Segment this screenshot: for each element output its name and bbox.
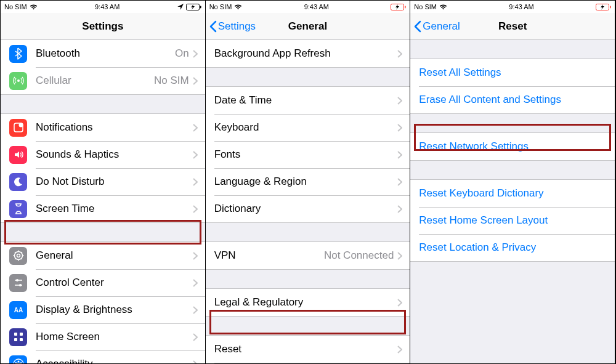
row-label: Home Screen <box>36 331 100 343</box>
wifi-icon <box>234 4 242 10</box>
row-control-center[interactable]: Control Center <box>1 269 205 296</box>
row-reset-network[interactable]: Reset Network Settings <box>410 133 615 160</box>
row-dictionary[interactable]: Dictionary <box>206 195 410 222</box>
svg-point-18 <box>19 284 22 286</box>
row-language-region[interactable]: Language & Region <box>206 168 410 195</box>
row-label: Reset <box>214 343 241 355</box>
row-reset-location-privacy[interactable]: Reset Location & Privacy <box>410 234 615 261</box>
svg-point-16 <box>16 279 18 281</box>
row-reset[interactable]: Reset <box>206 336 410 363</box>
moon-icon <box>9 173 27 191</box>
row-label: Erase All Content and Settings <box>419 94 561 106</box>
chevron-right-icon <box>397 151 402 159</box>
row-value: No SIM <box>154 75 189 87</box>
back-button[interactable]: General <box>414 20 460 33</box>
row-background-app-refresh[interactable]: Background App Refresh <box>206 40 410 67</box>
row-label: Accessibility <box>36 358 93 363</box>
svg-line-14 <box>21 252 22 253</box>
row-keyboard[interactable]: Keyboard <box>206 114 410 141</box>
row-notifications[interactable]: Notifications <box>1 114 205 141</box>
row-label: Bluetooth <box>36 47 80 60</box>
row-label: Control Center <box>36 277 104 289</box>
svg-rect-21 <box>20 333 23 336</box>
reset-list[interactable]: Reset All Settings Erase All Content and… <box>410 40 615 363</box>
notifications-icon <box>9 119 27 137</box>
row-value: On <box>175 47 189 60</box>
row-reset-home-layout[interactable]: Reset Home Screen Layout <box>410 207 615 234</box>
row-reset-all[interactable]: Reset All Settings <box>410 59 615 86</box>
row-legal[interactable]: Legal & Regulatory <box>206 289 410 316</box>
row-general[interactable]: General <box>1 242 205 269</box>
row-screentime[interactable]: Screen Time <box>1 195 205 222</box>
nav-bar: Settings <box>1 13 205 40</box>
row-reset-keyboard-dict[interactable]: Reset Keyboard Dictionary <box>410 180 615 207</box>
svg-rect-28 <box>405 6 406 8</box>
row-label: Background App Refresh <box>214 47 331 60</box>
svg-line-11 <box>15 252 16 253</box>
page-title: Reset <box>498 20 527 33</box>
row-vpn[interactable]: VPN Not Connected <box>206 242 410 269</box>
sounds-icon <box>9 146 27 164</box>
svg-point-4 <box>18 123 23 127</box>
row-erase-all[interactable]: Erase All Content and Settings <box>410 86 615 113</box>
row-accessibility[interactable]: Accessibility <box>1 350 205 363</box>
svg-rect-1 <box>200 6 201 8</box>
back-button[interactable]: Settings <box>209 20 256 33</box>
svg-point-6 <box>17 254 20 257</box>
chevron-right-icon <box>193 50 198 58</box>
chevron-right-icon <box>397 50 402 58</box>
status-bar: No SIM 9:43 AM <box>206 1 410 13</box>
reset-screen: No SIM 9:43 AM General Reset Reset All S… <box>410 1 615 363</box>
settings-list[interactable]: Bluetooth On Cellular No SIM Notificatio… <box>1 40 205 363</box>
row-bluetooth[interactable]: Bluetooth On <box>1 40 205 67</box>
hourglass-icon <box>9 200 27 218</box>
chevron-right-icon <box>193 124 198 132</box>
page-title: Settings <box>82 20 123 33</box>
back-label: Settings <box>218 20 256 33</box>
nav-bar: Settings General <box>206 13 410 40</box>
wifi-icon <box>439 4 447 10</box>
row-date-time[interactable]: Date & Time <box>206 87 410 114</box>
row-dnd[interactable]: Do Not Disturb <box>1 168 205 195</box>
chevron-right-icon <box>397 252 402 260</box>
row-label: Fonts <box>214 148 241 161</box>
row-label: Display & Brightness <box>36 304 132 316</box>
row-label: Reset Network Settings <box>419 140 529 153</box>
row-label: Sounds & Haptics <box>36 148 119 161</box>
row-label: VPN <box>214 249 236 262</box>
clock-label: 9:43 AM <box>304 3 329 10</box>
chevron-right-icon <box>397 124 402 132</box>
row-label: Legal & Regulatory <box>214 296 304 309</box>
nav-bar: General Reset <box>410 13 615 40</box>
chevron-right-icon <box>193 178 198 186</box>
bluetooth-icon <box>9 45 27 63</box>
general-list[interactable]: Background App Refresh Date & Time Keybo… <box>206 40 410 363</box>
svg-rect-30 <box>610 6 611 8</box>
chevron-right-icon <box>397 346 402 354</box>
sliders-icon <box>9 274 27 292</box>
chevron-right-icon <box>193 360 198 364</box>
svg-rect-20 <box>14 333 17 336</box>
battery-icon <box>391 4 406 10</box>
row-fonts[interactable]: Fonts <box>206 141 410 168</box>
chevron-right-icon <box>193 151 198 159</box>
accessibility-icon <box>9 355 27 364</box>
chevron-right-icon <box>193 333 198 341</box>
svg-point-2 <box>17 79 20 82</box>
page-title: General <box>288 20 327 33</box>
chevron-right-icon <box>193 77 198 85</box>
battery-icon <box>186 4 201 10</box>
back-label: General <box>423 20 460 33</box>
row-sounds[interactable]: Sounds & Haptics <box>1 141 205 168</box>
row-label: Notifications <box>36 121 93 134</box>
row-display[interactable]: AA Display & Brightness <box>1 296 205 323</box>
row-shutdown[interactable]: Shut Down <box>206 363 410 363</box>
svg-rect-23 <box>20 338 23 341</box>
general-screen: No SIM 9:43 AM Settings General Backgrou… <box>206 1 411 363</box>
row-cellular[interactable]: Cellular No SIM <box>1 67 205 94</box>
row-label: Reset Location & Privacy <box>419 241 536 254</box>
row-label: Reset Keyboard Dictionary <box>419 187 543 200</box>
row-label: Dictionary <box>214 203 261 215</box>
row-home-screen[interactable]: Home Screen <box>1 323 205 350</box>
svg-point-25 <box>17 361 19 363</box>
